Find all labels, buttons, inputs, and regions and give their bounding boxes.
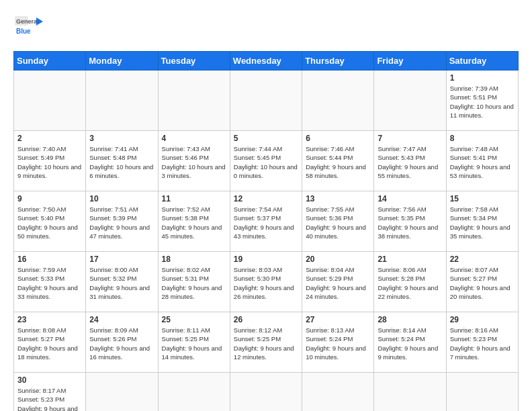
calendar-day-cell: 22Sunrise: 8:07 AM Sunset: 5:27 PM Dayli…	[446, 252, 518, 312]
calendar-day-cell	[302, 71, 374, 131]
calendar-day-cell: 26Sunrise: 8:12 AM Sunset: 5:25 PM Dayli…	[230, 312, 302, 373]
calendar-day-cell: 3Sunrise: 7:41 AM Sunset: 5:48 PM Daylig…	[86, 131, 158, 191]
calendar-day-cell: 17Sunrise: 8:00 AM Sunset: 5:32 PM Dayli…	[86, 252, 158, 312]
day-number: 14	[378, 194, 442, 203]
day-info: Sunrise: 7:43 AM Sunset: 5:46 PM Dayligh…	[162, 144, 226, 180]
day-number: 25	[162, 315, 226, 324]
calendar-day-cell: 2Sunrise: 7:40 AM Sunset: 5:49 PM Daylig…	[14, 131, 86, 191]
day-number: 10	[89, 194, 154, 203]
calendar-week-row: 16Sunrise: 7:59 AM Sunset: 5:33 PM Dayli…	[14, 252, 519, 312]
day-info: Sunrise: 7:51 AM Sunset: 5:39 PM Dayligh…	[89, 205, 154, 240]
calendar-header-row: SundayMondayTuesdayWednesdayThursdayFrid…	[14, 52, 519, 71]
day-number: 9	[17, 194, 82, 203]
day-number: 15	[450, 194, 515, 203]
calendar-day-cell: 28Sunrise: 8:14 AM Sunset: 5:24 PM Dayli…	[374, 312, 446, 373]
calendar-day-cell: 20Sunrise: 8:04 AM Sunset: 5:29 PM Dayli…	[302, 252, 374, 312]
day-number: 23	[17, 315, 82, 324]
calendar-day-cell	[446, 373, 518, 412]
day-number: 4	[162, 134, 226, 143]
day-info: Sunrise: 7:54 AM Sunset: 5:37 PM Dayligh…	[234, 205, 298, 240]
day-info: Sunrise: 8:08 AM Sunset: 5:27 PM Dayligh…	[17, 326, 82, 361]
day-info: Sunrise: 8:14 AM Sunset: 5:24 PM Dayligh…	[378, 326, 442, 361]
calendar-day-cell: 29Sunrise: 8:16 AM Sunset: 5:23 PM Dayli…	[446, 312, 518, 373]
calendar-day-cell: 24Sunrise: 8:09 AM Sunset: 5:26 PM Dayli…	[86, 312, 158, 373]
day-number: 16	[17, 255, 82, 264]
day-number: 13	[306, 194, 370, 203]
day-info: Sunrise: 7:48 AM Sunset: 5:41 PM Dayligh…	[450, 144, 515, 180]
day-of-week-header: Thursday	[302, 52, 374, 71]
calendar-day-cell: 21Sunrise: 8:06 AM Sunset: 5:28 PM Dayli…	[374, 252, 446, 312]
day-number: 29	[450, 315, 515, 324]
day-info: Sunrise: 7:58 AM Sunset: 5:34 PM Dayligh…	[450, 205, 515, 240]
calendar-day-cell	[86, 373, 158, 412]
day-of-week-header: Saturday	[446, 52, 518, 71]
svg-text:General: General	[16, 18, 39, 25]
day-number: 17	[89, 255, 154, 264]
calendar-day-cell: 11Sunrise: 7:52 AM Sunset: 5:38 PM Dayli…	[158, 191, 230, 252]
day-info: Sunrise: 8:13 AM Sunset: 5:24 PM Dayligh…	[306, 326, 370, 361]
day-info: Sunrise: 7:55 AM Sunset: 5:36 PM Dayligh…	[306, 205, 370, 240]
calendar-day-cell: 27Sunrise: 8:13 AM Sunset: 5:24 PM Dayli…	[302, 312, 374, 373]
day-info: Sunrise: 8:12 AM Sunset: 5:25 PM Dayligh…	[234, 326, 298, 361]
calendar-week-row: 23Sunrise: 8:08 AM Sunset: 5:27 PM Dayli…	[14, 312, 519, 373]
day-number: 30	[17, 375, 82, 385]
calendar-day-cell: 16Sunrise: 7:59 AM Sunset: 5:33 PM Dayli…	[14, 252, 86, 312]
day-number: 28	[378, 315, 442, 324]
day-number: 5	[234, 134, 298, 143]
day-number: 26	[234, 315, 298, 324]
svg-marker-3	[36, 17, 43, 26]
calendar-day-cell	[230, 71, 302, 131]
calendar-day-cell: 30Sunrise: 8:17 AM Sunset: 5:23 PM Dayli…	[14, 373, 86, 412]
calendar-day-cell: 1Sunrise: 7:39 AM Sunset: 5:51 PM Daylig…	[446, 71, 518, 131]
calendar-day-cell	[86, 71, 158, 131]
day-info: Sunrise: 7:41 AM Sunset: 5:48 PM Dayligh…	[89, 144, 154, 180]
calendar-day-cell: 23Sunrise: 8:08 AM Sunset: 5:27 PM Dayli…	[14, 312, 86, 373]
calendar-week-row: 9Sunrise: 7:50 AM Sunset: 5:40 PM Daylig…	[14, 191, 519, 252]
day-info: Sunrise: 7:46 AM Sunset: 5:44 PM Dayligh…	[306, 144, 370, 180]
day-number: 7	[378, 134, 442, 143]
calendar-day-cell: 6Sunrise: 7:46 AM Sunset: 5:44 PM Daylig…	[302, 131, 374, 191]
day-number: 21	[378, 255, 442, 264]
calendar-table: SundayMondayTuesdayWednesdayThursdayFrid…	[13, 51, 519, 411]
calendar-day-cell	[158, 71, 230, 131]
calendar-week-row: 2Sunrise: 7:40 AM Sunset: 5:49 PM Daylig…	[14, 131, 519, 191]
calendar-day-cell: 19Sunrise: 8:03 AM Sunset: 5:30 PM Dayli…	[230, 252, 302, 312]
calendar-week-row: 1Sunrise: 7:39 AM Sunset: 5:51 PM Daylig…	[14, 71, 519, 131]
day-info: Sunrise: 7:47 AM Sunset: 5:43 PM Dayligh…	[378, 144, 442, 180]
day-info: Sunrise: 8:07 AM Sunset: 5:27 PM Dayligh…	[450, 265, 515, 301]
calendar-day-cell: 18Sunrise: 8:02 AM Sunset: 5:31 PM Dayli…	[158, 252, 230, 312]
day-number: 19	[234, 255, 298, 264]
day-info: Sunrise: 7:39 AM Sunset: 5:51 PM Dayligh…	[450, 84, 515, 120]
calendar-day-cell: 9Sunrise: 7:50 AM Sunset: 5:40 PM Daylig…	[14, 191, 86, 252]
day-number: 22	[450, 255, 515, 264]
day-info: Sunrise: 8:09 AM Sunset: 5:26 PM Dayligh…	[89, 326, 154, 361]
day-info: Sunrise: 7:56 AM Sunset: 5:35 PM Dayligh…	[378, 205, 442, 240]
day-number: 3	[89, 134, 154, 143]
day-number: 24	[89, 315, 154, 324]
day-of-week-header: Sunday	[14, 52, 86, 71]
day-info: Sunrise: 7:52 AM Sunset: 5:38 PM Dayligh…	[162, 205, 226, 240]
day-info: Sunrise: 8:11 AM Sunset: 5:25 PM Dayligh…	[162, 326, 226, 361]
calendar-day-cell: 5Sunrise: 7:44 AM Sunset: 5:45 PM Daylig…	[230, 131, 302, 191]
day-info: Sunrise: 8:00 AM Sunset: 5:32 PM Dayligh…	[89, 265, 154, 301]
day-info: Sunrise: 7:44 AM Sunset: 5:45 PM Dayligh…	[234, 144, 298, 180]
day-info: Sunrise: 8:16 AM Sunset: 5:23 PM Dayligh…	[450, 326, 515, 361]
calendar-day-cell	[302, 373, 374, 412]
calendar-day-cell: 14Sunrise: 7:56 AM Sunset: 5:35 PM Dayli…	[374, 191, 446, 252]
calendar-day-cell: 10Sunrise: 7:51 AM Sunset: 5:39 PM Dayli…	[86, 191, 158, 252]
day-info: Sunrise: 8:03 AM Sunset: 5:30 PM Dayligh…	[234, 265, 298, 301]
day-info: Sunrise: 8:04 AM Sunset: 5:29 PM Dayligh…	[306, 265, 370, 301]
day-number: 8	[450, 134, 515, 143]
day-info: Sunrise: 8:17 AM Sunset: 5:23 PM Dayligh…	[17, 386, 82, 411]
calendar-day-cell	[230, 373, 302, 412]
svg-text:Blue: Blue	[16, 28, 31, 35]
day-info: Sunrise: 7:40 AM Sunset: 5:49 PM Dayligh…	[17, 144, 82, 180]
page-header: General Blue	[13, 13, 519, 40]
calendar-day-cell	[14, 71, 86, 131]
calendar-day-cell: 4Sunrise: 7:43 AM Sunset: 5:46 PM Daylig…	[158, 131, 230, 191]
calendar-week-row: 30Sunrise: 8:17 AM Sunset: 5:23 PM Dayli…	[14, 373, 519, 412]
day-info: Sunrise: 8:02 AM Sunset: 5:31 PM Dayligh…	[162, 265, 226, 301]
day-info: Sunrise: 8:06 AM Sunset: 5:28 PM Dayligh…	[378, 265, 442, 301]
calendar-day-cell: 15Sunrise: 7:58 AM Sunset: 5:34 PM Dayli…	[446, 191, 518, 252]
calendar-day-cell: 25Sunrise: 8:11 AM Sunset: 5:25 PM Dayli…	[158, 312, 230, 373]
